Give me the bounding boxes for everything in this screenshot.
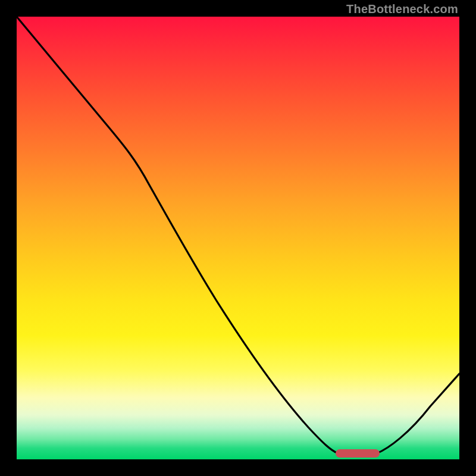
optimal-marker: [336, 449, 380, 458]
curve-path: [17, 17, 459, 456]
chart-plot-area: [17, 17, 459, 459]
bottleneck-curve: [17, 17, 459, 459]
watermark-text: TheBottleneck.com: [346, 2, 458, 16]
chart-frame: TheBottleneck.com: [0, 0, 476, 476]
